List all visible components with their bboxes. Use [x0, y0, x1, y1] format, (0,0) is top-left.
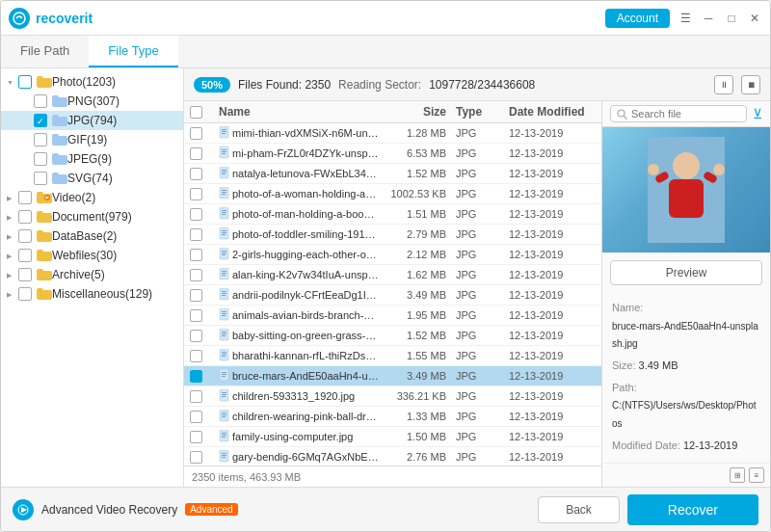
- table-row[interactable]: natalya-letunova-FWxEbL34i4Y-unsp... 1.5…: [184, 164, 601, 184]
- database-checkbox[interactable]: [18, 229, 32, 243]
- row-checkbox-13[interactable]: [190, 390, 219, 403]
- row-checkbox-3[interactable]: [190, 188, 219, 200]
- tab-filetype[interactable]: File Type: [89, 36, 178, 67]
- svg-rect-68: [222, 453, 226, 454]
- row-checkbox-16[interactable]: [190, 451, 219, 464]
- row-filename-8: andrii-podilnyk-CFrtEeaDg1I-unsplas...: [232, 289, 379, 301]
- filter-icon[interactable]: ⊻: [753, 106, 762, 121]
- table-row[interactable]: children-593313_1920.jpg 336.21 KB JPG 1…: [184, 386, 601, 407]
- table-row[interactable]: children-wearing-pink-ball-dress-360... …: [184, 407, 601, 427]
- sidebar-item-document[interactable]: Document(979): [1, 207, 183, 226]
- sidebar-item-database[interactable]: DataBase(2): [1, 226, 183, 246]
- preview-button[interactable]: Preview: [610, 260, 762, 285]
- sidebar-item-jpeg[interactable]: JPEG(9): [1, 149, 183, 169]
- svg-rect-4: [222, 129, 226, 130]
- webfiles-checkbox[interactable]: [18, 249, 32, 262]
- row-checkbox-5[interactable]: [190, 228, 219, 241]
- row-date-10: 12-13-2019: [509, 330, 596, 341]
- file-icon-8: [219, 288, 232, 302]
- table-row[interactable]: mimi-thian-vdXMSiX-n6M-unsplash.jpg 1.28…: [184, 123, 601, 144]
- row-checkbox-15[interactable]: [190, 431, 219, 443]
- row-checkbox-0[interactable]: [190, 127, 219, 140]
- document-checkbox[interactable]: [18, 210, 32, 224]
- sidebar-item-photo[interactable]: Photo(1203): [1, 72, 183, 92]
- preview-size-label: Size:: [612, 359, 635, 371]
- table-row[interactable]: animals-avian-birds-branch-459326.j... 1…: [184, 306, 601, 326]
- list-view-button[interactable]: ≡: [749, 467, 764, 483]
- gif-checkbox[interactable]: [34, 133, 47, 146]
- table-row[interactable]: alan-king-K2v7w34tIuA-unsplash.jpg 1.62 …: [184, 265, 601, 285]
- jpeg-checkbox[interactable]: [34, 152, 47, 166]
- select-all-checkbox[interactable]: [190, 106, 202, 119]
- table-row[interactable]: baby-sitting-on-green-grass-beside-... 1…: [184, 326, 601, 346]
- sidebar-item-webfiles[interactable]: Webfiles(30): [1, 246, 183, 265]
- table-row[interactable]: andrii-podilnyk-CFrtEeaDg1I-unsplas... 3…: [184, 285, 601, 306]
- row-type-6: JPG: [456, 249, 509, 260]
- jpg-checkbox[interactable]: [34, 114, 47, 127]
- menu-button[interactable]: ☰: [678, 11, 693, 26]
- pause-button[interactable]: ⏸: [714, 75, 733, 94]
- sidebar-item-archive[interactable]: Archive(5): [1, 265, 183, 284]
- table-row[interactable]: photo-of-man-holding-a-book-92702... 1.5…: [184, 204, 601, 225]
- grid-view-button[interactable]: ⊞: [730, 467, 745, 483]
- stop-button[interactable]: ⏹: [741, 75, 760, 94]
- row-checkbox-10[interactable]: [190, 330, 219, 342]
- row-checkbox-11[interactable]: [190, 350, 219, 362]
- close-button[interactable]: ✕: [747, 11, 762, 26]
- maximize-button[interactable]: □: [724, 11, 739, 26]
- png-checkbox[interactable]: [34, 94, 47, 108]
- row-date-9: 12-13-2019: [509, 309, 596, 321]
- svg-checkbox[interactable]: [34, 172, 47, 185]
- misc-checkbox[interactable]: [18, 287, 32, 301]
- back-button[interactable]: Back: [538, 496, 620, 523]
- row-date-15: 12-13-2019: [509, 431, 596, 442]
- file-icon-4: [219, 207, 232, 221]
- table-row[interactable]: photo-of-a-woman-holding-an-ipad-7... 10…: [184, 184, 601, 204]
- recover-button[interactable]: Recover: [627, 494, 758, 525]
- svg-rect-80: [669, 179, 704, 218]
- table-row[interactable]: family-using-computer.jpg 1.50 MB JPG 12…: [184, 427, 601, 447]
- sidebar-item-misc[interactable]: Miscellaneous(129): [1, 284, 183, 304]
- row-checkbox-6[interactable]: [190, 249, 219, 261]
- preview-date-value: 12-13-2019: [683, 439, 737, 451]
- tab-filepath[interactable]: File Path: [1, 36, 89, 67]
- file-icon-7: [219, 268, 232, 281]
- table-row[interactable]: bharathi-kannan-rfL-thiRzDs-unsplas... 1…: [184, 346, 601, 366]
- row-checkbox-8[interactable]: [190, 289, 219, 302]
- video-checkbox[interactable]: [18, 191, 32, 204]
- row-checkbox-9[interactable]: [190, 309, 219, 322]
- sidebar-item-video[interactable]: Video(2): [1, 188, 183, 207]
- sidebar-item-svg[interactable]: SVG(74): [1, 169, 183, 188]
- table-row[interactable]: gary-bendig-6GMq7AGxNbE-unsplas... 2.76 …: [184, 447, 601, 466]
- row-checkbox-12[interactable]: [190, 370, 219, 383]
- row-size-9: 1.95 MB: [379, 309, 456, 321]
- search-area: ⊻: [602, 101, 770, 127]
- table-row[interactable]: photo-of-toddler-smiling-1912868.jpg 2.7…: [184, 225, 601, 245]
- sidebar-item-gif[interactable]: GIF(19): [1, 130, 183, 149]
- row-checkbox-4[interactable]: [190, 208, 219, 221]
- photo-checkbox[interactable]: [18, 75, 32, 89]
- minimize-button[interactable]: ─: [701, 11, 716, 26]
- bottom-bar: Advanced Video Recovery Advanced Back Re…: [1, 487, 770, 531]
- table-row[interactable]: bruce-mars-AndE50aaHn4-unsplash... 3.49 …: [184, 366, 601, 386]
- svg-rect-62: [222, 416, 226, 417]
- svg-rect-64: [222, 433, 226, 434]
- archive-checkbox[interactable]: [18, 268, 32, 281]
- table-row[interactable]: mi-pham-FrZL0r4DZYk-unsplash.jpg 6.53 MB…: [184, 144, 601, 164]
- file-icon-12: [219, 369, 232, 383]
- row-checkbox-14[interactable]: [190, 411, 219, 423]
- row-filename-1: mi-pham-FrZL0r4DZYk-unsplash.jpg: [232, 147, 379, 159]
- row-checkbox-7[interactable]: [190, 269, 219, 281]
- svg-rect-58: [222, 396, 226, 397]
- sidebar-item-png[interactable]: PNG(307): [1, 92, 183, 111]
- search-input[interactable]: [631, 108, 728, 120]
- preview-name-value: bruce-mars-AndE50aaHn4-unsplash.jpg: [612, 321, 758, 350]
- files-found-text: Files Found: 2350: [238, 78, 331, 92]
- sidebar-item-jpg[interactable]: JPG(794): [1, 111, 183, 130]
- account-button[interactable]: Account: [605, 9, 670, 28]
- row-checkbox-2[interactable]: [190, 168, 219, 180]
- table-row[interactable]: 2-girls-hugging-each-other-outdoor-... 2…: [184, 245, 601, 265]
- svg-rect-9: [222, 151, 226, 152]
- row-checkbox-1[interactable]: [190, 147, 219, 160]
- row-size-11: 1.55 MB: [379, 350, 456, 361]
